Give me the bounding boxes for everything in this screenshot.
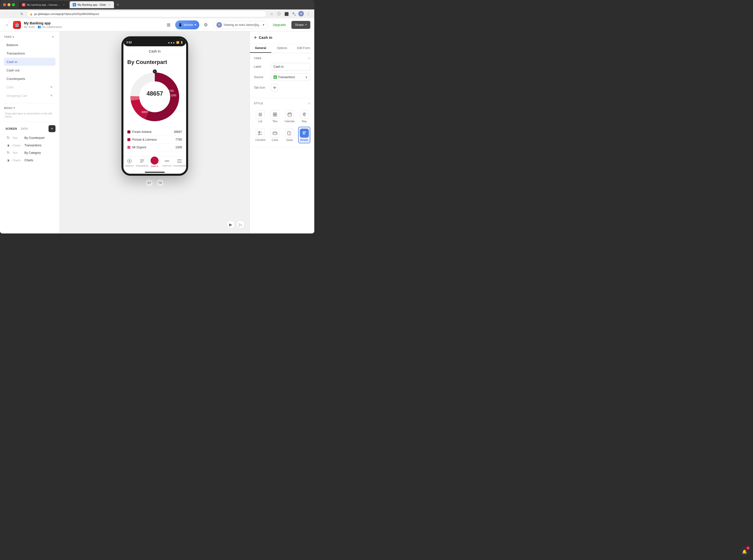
panel-header: ✛ Cash in bbox=[250, 32, 314, 44]
nav-balance[interactable]: Balance bbox=[123, 158, 136, 167]
style-option-checklist[interactable]: Checklist bbox=[254, 127, 267, 143]
info-button[interactable]: ⓘ bbox=[276, 11, 282, 17]
component-text-by-counterpart[interactable]: Tt Text By Counterpart bbox=[4, 134, 56, 142]
component-text-by-category[interactable]: Tt Text By Category bbox=[4, 149, 56, 157]
style-option-map[interactable]: Map bbox=[298, 108, 310, 125]
panel-tab-edit-form[interactable]: Edit Form bbox=[293, 44, 314, 53]
sidebar-item-balance[interactable]: Balance bbox=[4, 41, 56, 49]
mobile-view-selector[interactable]: 📱 Mobile ▾ bbox=[175, 20, 199, 29]
style-option-details[interactable]: Details bbox=[298, 127, 310, 143]
style-option-list[interactable]: List bbox=[254, 108, 267, 125]
tabs-section: TABS ▾ + Balance Transactions Cash in bbox=[0, 32, 59, 102]
collaborators-text: No collaborators bbox=[42, 25, 62, 28]
viewing-as-selector[interactable]: M Viewing as marc.lainez@g... ▾ bbox=[213, 21, 267, 29]
sidebar-item-chat[interactable]: Chat 👁 bbox=[4, 83, 56, 91]
settings-button[interactable]: ⚙ bbox=[201, 20, 210, 29]
back-button[interactable]: ‹ bbox=[3, 11, 9, 17]
browser-tab-1[interactable]: M My banking app - transactions ✕ bbox=[19, 1, 69, 8]
close-window-button[interactable] bbox=[3, 3, 6, 6]
undo-button[interactable]: ↩ bbox=[145, 179, 153, 187]
legend-color-2 bbox=[127, 146, 130, 149]
chart-info-button[interactable]: i bbox=[153, 69, 157, 74]
style-section-chevron-icon[interactable]: ∨ bbox=[308, 102, 310, 105]
nav-transactions[interactable]: Transactions bbox=[136, 158, 148, 167]
sidebar-item-counterparts[interactable]: Counterparts bbox=[4, 75, 56, 83]
new-tab-button[interactable]: + bbox=[115, 2, 121, 8]
cards-style-icon bbox=[270, 129, 280, 138]
style-option-swipe[interactable]: Swipe bbox=[283, 127, 296, 143]
signal-icon: ▲▲▲ bbox=[168, 41, 175, 44]
app-content: ‹ 🏦 My Banking app My Team · 👥 No collab… bbox=[0, 18, 314, 234]
maximize-window-button[interactable] bbox=[12, 3, 15, 6]
address-input[interactable]: 🔒 go.glideapps.com/app/gVSpluLylOxPg1Mt4… bbox=[27, 11, 266, 17]
label-input[interactable]: Cash in bbox=[271, 63, 310, 71]
style-label-checklist: Checklist bbox=[255, 139, 266, 141]
minimize-window-button[interactable] bbox=[7, 3, 11, 6]
browser-tab-2[interactable]: G My Banking app · Glide ✕ bbox=[70, 1, 114, 8]
extension1-button[interactable]: ⬛ bbox=[283, 11, 289, 17]
preview-controls: ▶ ▷ bbox=[227, 221, 245, 228]
sidebar-item-shopping-cart[interactable]: Shopping Cart 👁 bbox=[4, 92, 56, 100]
viewing-as-label: Viewing as marc.lainez@g... bbox=[223, 23, 261, 27]
play-button[interactable]: ▶ bbox=[227, 221, 235, 228]
add-tab-button[interactable]: + bbox=[50, 34, 56, 39]
tab1-close-button[interactable]: ✕ bbox=[62, 3, 66, 6]
reload-button[interactable]: ↻ bbox=[19, 11, 25, 17]
sidebar-item-transactions[interactable]: Transactions bbox=[4, 49, 56, 57]
screen-tab[interactable]: SCREEN bbox=[4, 127, 18, 131]
panel-tab-general[interactable]: General bbox=[250, 44, 271, 53]
component-name-by-category: By Category bbox=[24, 151, 54, 155]
extension2-button[interactable]: 🔧 bbox=[291, 11, 297, 17]
tab2-favicon: G bbox=[73, 3, 76, 6]
panel-tab-options[interactable]: Options bbox=[271, 44, 293, 53]
center-area: 3:52 ▲▲▲ 📶 🔋 Cash in By Counterpart bbox=[60, 32, 250, 234]
list-style-icon bbox=[256, 110, 265, 119]
redo-button[interactable]: ↪ bbox=[156, 179, 164, 187]
share-button[interactable]: Share ↗ bbox=[291, 21, 310, 29]
nav-cash-out[interactable]: Cash out bbox=[161, 158, 173, 167]
component-name-by-counterpart: By Counterpart bbox=[24, 136, 54, 140]
nav-cash-in-icon: + bbox=[150, 157, 159, 164]
svg-point-32 bbox=[304, 114, 305, 115]
menu-button[interactable]: ⋮ bbox=[305, 11, 311, 17]
screen-section-header: SCREEN DATA + bbox=[4, 125, 56, 132]
svg-text:7760: 7760 bbox=[168, 89, 174, 92]
tabs-section-chevron-icon[interactable]: ∨ bbox=[308, 57, 310, 60]
nav-balance-label: Balance bbox=[125, 164, 134, 167]
pointer-button[interactable]: ▷ bbox=[237, 221, 245, 228]
app-header: ‹ 🏦 My Banking app My Team · 👥 No collab… bbox=[0, 18, 314, 32]
style-option-calendar[interactable]: Calendar bbox=[283, 108, 296, 125]
add-component-button[interactable]: + bbox=[48, 125, 56, 132]
title-bar: M My banking app - transactions ✕ G My B… bbox=[0, 0, 314, 9]
sidebar-item-cash-out[interactable]: Cash out bbox=[4, 66, 56, 74]
svg-rect-15 bbox=[140, 162, 143, 162]
source-select[interactable]: ▦ Transactions ∨ bbox=[271, 74, 310, 81]
chart-icon1: ◑ bbox=[5, 143, 11, 148]
nav-counterparts[interactable]: Counterparts bbox=[173, 158, 186, 167]
bookmark-button[interactable]: ☆ bbox=[268, 11, 274, 17]
app-team: My Team bbox=[24, 25, 35, 28]
profile-button[interactable]: M bbox=[298, 11, 304, 16]
component-charts-charts[interactable]: ◑ Charts Charts bbox=[4, 157, 56, 164]
forward-button[interactable]: › bbox=[11, 11, 17, 17]
upgrade-button[interactable]: Upgrade bbox=[269, 21, 290, 29]
style-option-tiles[interactable]: Tiles bbox=[269, 108, 281, 125]
style-option-cards[interactable]: Cards bbox=[269, 127, 281, 143]
tab2-close-button[interactable]: ✕ bbox=[107, 3, 111, 6]
donut-svg-1: 48657 39897 7760 1000 bbox=[127, 69, 182, 124]
component-type-text2: Text bbox=[13, 151, 22, 154]
tab-icon-field-label: Tab Icon bbox=[254, 86, 269, 89]
app-back-button[interactable]: ‹ bbox=[4, 22, 10, 28]
table-view-button[interactable]: ⊞ bbox=[164, 20, 173, 29]
style-label-cards: Cards bbox=[272, 139, 279, 141]
tab-icon-picker[interactable]: ✛ bbox=[271, 84, 278, 91]
style-label-calendar: Calendar bbox=[284, 120, 294, 123]
nav-cash-in[interactable]: + Cash in bbox=[148, 158, 161, 167]
panel-tabs-section-title: TABS bbox=[254, 57, 262, 60]
component-charts-transactions[interactable]: ◑ Charts Transactions bbox=[4, 142, 56, 149]
sidebar-item-cash-in[interactable]: Cash in bbox=[4, 58, 56, 66]
data-tab[interactable]: DATA bbox=[19, 127, 29, 131]
svg-text:39897: 39897 bbox=[141, 111, 148, 114]
phone-content[interactable]: Cash in By Counterpart i bbox=[123, 46, 186, 173]
right-panel: ✛ Cash in General Options Edit Form TABS… bbox=[250, 32, 314, 234]
